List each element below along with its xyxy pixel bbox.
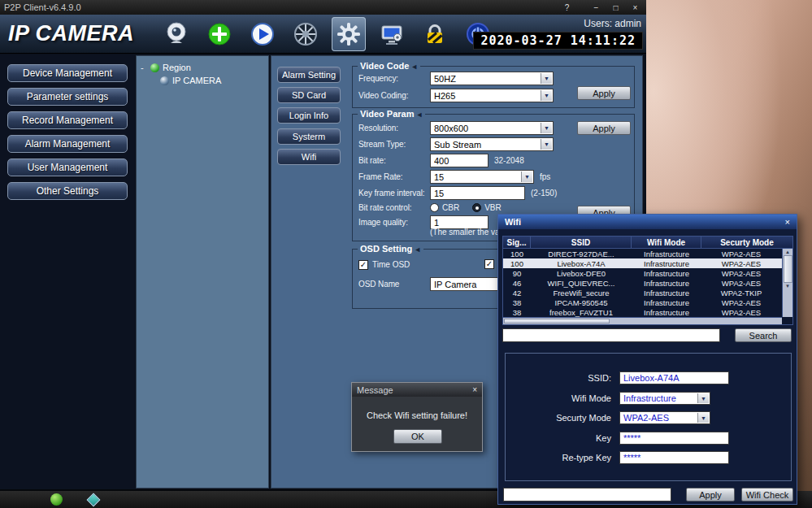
sidebar-item-user-management[interactable]: User Management (7, 158, 128, 176)
collapse-arrow-icon: ◄ (410, 63, 418, 71)
table-row[interactable]: 100 DIRECT-927DAE... Infrastructure WPA2… (503, 249, 782, 258)
webcam-icon[interactable] (159, 17, 193, 51)
bit-rate-hint: 32-2048 (494, 156, 524, 165)
column-security-mode[interactable]: Securty Mode (701, 237, 792, 248)
tab-sd-card[interactable]: SD Card (277, 87, 341, 103)
resolution-select[interactable]: 800x600 ▼ (430, 121, 554, 135)
table-row-selected[interactable]: 100 Livebox-A74A Infrastructure WPA2-AES (503, 258, 782, 268)
tab-wifi[interactable]: Wifi (277, 149, 341, 165)
tab-system[interactable]: Systerm (277, 128, 341, 145)
help-button[interactable]: ? (560, 2, 574, 13)
retype-key-input[interactable] (619, 451, 729, 464)
ssid-input[interactable] (619, 371, 729, 384)
close-icon[interactable]: × (472, 385, 477, 394)
chevron-down-icon[interactable]: ▼ (541, 90, 552, 101)
display-settings-icon[interactable] (375, 17, 409, 51)
wheel-icon[interactable] (289, 17, 323, 51)
add-device-icon[interactable] (202, 17, 237, 51)
key-input[interactable] (619, 432, 729, 445)
frame-rate-select[interactable]: 15 ▼ (430, 170, 534, 184)
resolution-row: Resolution: 800x600 ▼ (358, 121, 554, 135)
datetime-display: 2020-03-27 14:11:22 (473, 32, 643, 50)
wifi-check-button[interactable]: Wifi Check (741, 488, 793, 501)
table-row[interactable]: 38 IPCAM-950545 Infrastructure WPA2-AES (503, 297, 782, 307)
tree-node-region[interactable]: - Region (141, 62, 264, 73)
key-label: Key (506, 433, 619, 443)
sidebar-item-parameter-settings[interactable]: Parameter settings (7, 88, 128, 106)
time-osd-label: Time OSD (372, 260, 410, 269)
wifi-search-input[interactable] (502, 328, 720, 342)
key-row: Key (506, 432, 791, 445)
chevron-down-icon[interactable]: ▼ (541, 123, 552, 133)
sidebar-item-device-management[interactable]: Device Management (7, 64, 128, 82)
sidebar-item-alarm-management[interactable]: Alarm Management (7, 135, 128, 153)
osd-name-input[interactable] (430, 277, 500, 291)
cell-ssid: IPCAM-950545 (531, 298, 632, 307)
bit-rate-input[interactable] (430, 154, 489, 167)
key-frame-input[interactable] (430, 186, 525, 200)
wifi-dialog: Wifi × Sig... SSID Wifi Mode Securty Mod… (497, 214, 797, 505)
table-row[interactable]: 46 WIFI_QUIEVREC... Infrastructure WPA2-… (503, 278, 782, 288)
cbr-label: CBR (442, 203, 459, 212)
wifi-mode-select[interactable]: Infrastructure ▼ (619, 392, 710, 405)
cbr-radio[interactable] (430, 203, 439, 212)
tree-node-label: Region (163, 63, 191, 72)
message-dialog-title: Message (357, 385, 393, 395)
cell-mode: Infrastructure (632, 289, 701, 297)
wifi-apply-button[interactable]: Apply (686, 488, 735, 501)
vertical-scrollbar[interactable]: ▲ ▼ (782, 249, 792, 317)
column-ssid[interactable]: SSID (531, 237, 632, 248)
maximize-button[interactable]: □ (609, 2, 623, 13)
scroll-down-icon[interactable]: ▼ (785, 284, 790, 289)
horizontal-scrollbar[interactable] (503, 317, 782, 324)
search-button[interactable]: Search (735, 328, 792, 342)
chevron-down-icon[interactable]: ▼ (541, 73, 552, 84)
table-row[interactable]: 90 Livebox-DFE0 Infrastructure WPA2-AES (503, 268, 782, 278)
sidebar-item-other-settings[interactable]: Other Settings (7, 182, 128, 200)
cell-mode: Infrastructure (632, 269, 701, 278)
time-osd-checkbox[interactable]: ✓ (358, 260, 368, 270)
column-signal[interactable]: Sig... (503, 237, 531, 248)
video-coding-label: Video Coding: (358, 91, 430, 100)
scrollbar-thumb[interactable] (504, 319, 610, 323)
chevron-down-icon[interactable]: ▼ (697, 413, 709, 423)
wifi-bottom-input[interactable] (503, 488, 671, 501)
scroll-up-icon[interactable]: ▲ (785, 250, 790, 254)
chevron-down-icon[interactable]: ▼ (541, 139, 552, 150)
diamond-icon[interactable] (87, 493, 101, 506)
main-toolbar (159, 17, 495, 51)
tab-alarm-setting[interactable]: Alarm Setting (277, 67, 341, 83)
key-frame-row: Key frame interval: (2-150) (358, 186, 557, 200)
sidebar-item-record-management[interactable]: Record Management (7, 111, 128, 129)
vbr-radio[interactable] (472, 203, 481, 212)
column-wifi-mode[interactable]: Wifi Mode (632, 237, 701, 248)
cell-signal: 100 (503, 259, 531, 268)
security-mode-select[interactable]: WPA2-AES ▼ (619, 411, 710, 424)
table-row[interactable]: 42 FreeWifi_secure Infrastructure WPA2-T… (503, 288, 782, 297)
ok-button[interactable]: OK (393, 429, 442, 444)
frequency-select[interactable]: 50HZ ▼ (430, 72, 554, 85)
video-param-apply-button[interactable]: Apply (577, 121, 631, 135)
close-icon[interactable]: × (785, 217, 790, 227)
device-tree: - Region IP CAMERA (136, 55, 269, 488)
video-coding-select[interactable]: H265 ▼ (430, 89, 554, 102)
video-code-apply-button[interactable]: Apply (577, 86, 631, 100)
tree-node-camera[interactable]: IP CAMERA (141, 75, 264, 86)
lock-icon[interactable] (418, 17, 452, 51)
chevron-down-icon[interactable]: ▼ (697, 393, 709, 403)
osd-checkbox-2[interactable]: ✓ (484, 259, 494, 269)
close-button[interactable]: × (628, 2, 642, 13)
chevron-down-icon[interactable]: ▼ (521, 172, 532, 182)
play-icon[interactable] (245, 17, 280, 51)
scrollbar-thumb[interactable] (784, 255, 792, 283)
settings-gear-icon[interactable] (332, 17, 366, 51)
table-row[interactable]: 38 freebox_FAVZTU1 Infrastructure WPA2-A… (503, 307, 782, 317)
cell-mode: Infrastructure (632, 308, 701, 317)
stream-type-select[interactable]: Sub Stream ▼ (430, 137, 554, 151)
minimize-button[interactable]: − (589, 2, 603, 13)
cell-mode: Infrastructure (632, 298, 701, 307)
cell-signal: 42 (503, 289, 531, 297)
tree-collapse-icon[interactable]: - (141, 63, 148, 72)
plant-icon[interactable] (50, 493, 63, 506)
tab-login-info[interactable]: Login Info (277, 107, 341, 124)
